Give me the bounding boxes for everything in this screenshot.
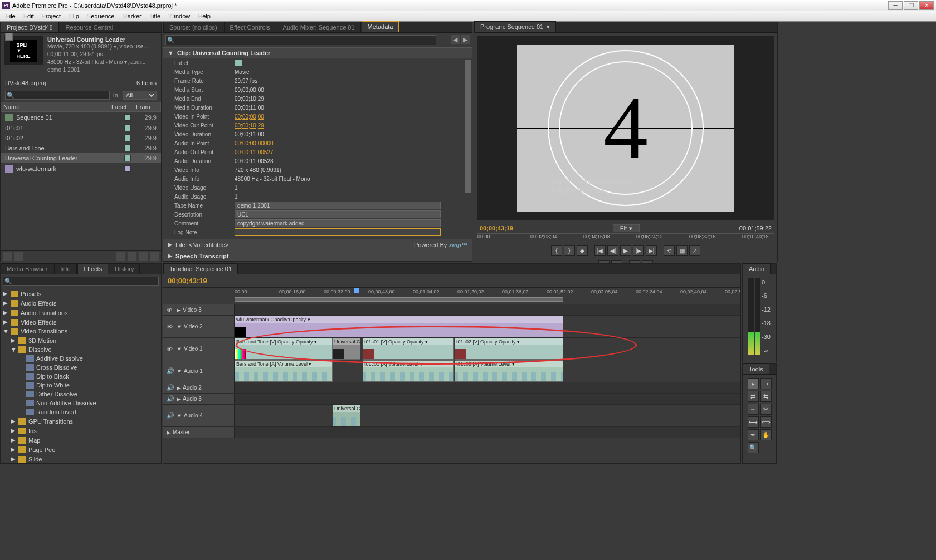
metadata-input[interactable]: copyright watermark added — [235, 219, 441, 227]
menu-file[interactable]: File — [2, 12, 19, 21]
project-item[interactable]: Universal Counting Leader 29.9 — [1, 153, 161, 163]
metadata-value[interactable]: 00;00;10;29 — [235, 122, 264, 129]
step-fwd-btn[interactable]: |▶ — [633, 245, 644, 256]
metadata-value[interactable]: 00:00:00:00000 — [235, 140, 274, 146]
tab-audio[interactable]: Audio — [743, 263, 771, 274]
metadata-input[interactable]: UCL — [235, 210, 441, 218]
effects-search-input[interactable] — [3, 277, 159, 286]
program-view[interactable]: 4 © 2009 Wake Forest UniversityAll Right… — [477, 36, 774, 220]
close-button[interactable]: ✕ — [919, 1, 934, 10]
speaker-icon[interactable]: 🔊 — [167, 384, 174, 391]
icon-view-btn[interactable] — [14, 252, 23, 261]
slide-tool[interactable]: ⟺ — [760, 416, 772, 428]
effects-tree-item[interactable]: ▼ Video Transitions — [1, 327, 161, 336]
clip-wfu-watermark[interactable]: wfu-watermark Opacity:Opacity ▾ — [235, 316, 563, 337]
go-to-out-btn[interactable]: ▶| — [646, 245, 657, 256]
menu-edit[interactable]: Edit — [20, 12, 37, 21]
tab-resource-central[interactable]: Resource Central — [60, 22, 120, 32]
tab-source[interactable]: Source: (no clips) — [163, 22, 223, 32]
zoom-tool[interactable]: 🔍 — [748, 442, 759, 453]
program-ruler[interactable]: 00;0000;02;08;0400;04;16;0800;06;24;1200… — [477, 233, 774, 243]
effects-tree-item[interactable]: ▶ Audio Effects — [1, 298, 161, 308]
track-select-tool[interactable]: ⇢ — [760, 378, 772, 389]
track-name-v3[interactable]: Video 3 — [183, 307, 231, 313]
loop-btn[interactable]: ⟲ — [664, 245, 675, 256]
list-view-btn[interactable] — [3, 252, 12, 261]
project-search-input[interactable] — [5, 91, 110, 100]
tab-effect-controls[interactable]: Effect Controls — [224, 22, 276, 32]
selection-tool[interactable]: ▸ — [748, 378, 759, 389]
tab-media-browser[interactable]: Media Browser — [1, 263, 53, 274]
track-name-v1[interactable]: Video 1 — [184, 346, 231, 352]
eye-icon[interactable]: 👁 — [167, 323, 174, 330]
tab-timeline[interactable]: Timeline: Sequence 01 — [163, 263, 238, 274]
menu-clip[interactable]: Clip — [65, 12, 82, 21]
menu-window[interactable]: Window — [165, 12, 193, 21]
razor-tool[interactable]: ✂ — [760, 404, 772, 415]
set-marker-btn[interactable]: ◆ — [577, 245, 588, 256]
metadata-value[interactable]: 00;00;00;00 — [235, 114, 264, 120]
effects-tree-item[interactable]: ▶ Map — [1, 435, 161, 445]
project-item[interactable]: t01c02 29.9 — [1, 133, 161, 143]
project-item[interactable]: wfu-watermark — [1, 163, 161, 174]
label-swatch[interactable] — [124, 165, 131, 172]
speech-section-header[interactable]: ▶Speech Transcript — [163, 250, 472, 262]
menu-sequence[interactable]: Sequence — [84, 12, 118, 21]
metadata-input[interactable] — [235, 228, 441, 236]
clip-bars-tone-v[interactable]: Bars and Tone [V] Opacity:Opacity ▾ — [235, 338, 333, 360]
effects-tree-item[interactable]: Dip to White — [1, 381, 161, 390]
effects-tree-item[interactable]: ▶ Page Peel — [1, 445, 161, 454]
tab-program[interactable]: Program: Sequence 01 ▾ — [474, 21, 556, 32]
find-btn[interactable] — [116, 252, 125, 261]
track-name-v2[interactable]: Video 2 — [184, 323, 231, 330]
timeline-ruler[interactable]: 00;0000;00;16;0000;00;32;0000;00;48;0000… — [235, 288, 740, 304]
menu-project[interactable]: Project — [38, 12, 64, 21]
file-section-header[interactable]: ▶File: <Not editable> Powered By xmp™ — [163, 239, 472, 250]
clip-universal-leader-a[interactable]: Universal Co — [333, 405, 360, 426]
pen-tool[interactable]: ✒ — [748, 429, 759, 440]
delete-btn[interactable] — [150, 252, 159, 261]
output-btn[interactable]: ↗ — [689, 245, 700, 256]
rate-stretch-tool[interactable]: ↔ — [748, 404, 759, 415]
menu-marker[interactable]: Marker — [119, 12, 145, 21]
rolling-edit-tool[interactable]: ⇆ — [760, 391, 772, 402]
tab-info[interactable]: Info — [54, 263, 76, 274]
hand-tool[interactable]: ✋ — [760, 429, 772, 440]
go-to-in-btn[interactable]: |◀ — [594, 245, 606, 256]
effects-tree-item[interactable]: Non-Additive Dissolve — [1, 399, 161, 407]
effects-tree-item[interactable]: Cross Dissolve — [1, 363, 161, 372]
clip-universal-leader-v[interactable]: Universal Co — [333, 338, 360, 360]
maximize-button[interactable]: ❐ — [904, 1, 918, 10]
mark-in-btn[interactable]: { — [551, 245, 562, 256]
effects-tree-item[interactable]: ▶ Iris — [1, 426, 161, 435]
mark-out-btn[interactable]: } — [564, 245, 575, 256]
tab-history[interactable]: History — [109, 263, 140, 274]
speaker-icon[interactable]: 🔊 — [167, 367, 174, 375]
menu-title[interactable]: Title — [146, 12, 164, 21]
safe-margins-btn[interactable]: ▦ — [676, 245, 688, 256]
metadata-scrollbar[interactable] — [464, 58, 472, 239]
col-framerate[interactable]: Fram — [136, 104, 158, 110]
speaker-icon[interactable]: 🔊 — [167, 412, 174, 419]
zoom-fit-dropdown[interactable]: Fit▾ — [613, 224, 640, 232]
col-label[interactable]: Label — [111, 104, 136, 110]
clip-t01c01-a[interactable]: t01c01 [A] Volume:Level ▾ — [363, 360, 454, 382]
effects-tree-item[interactable]: ▶ Presets — [1, 289, 161, 298]
track-name-a4[interactable]: Audio 4 — [184, 412, 231, 419]
playhead-line[interactable] — [354, 304, 354, 449]
play-btn[interactable]: ▶ — [620, 245, 631, 256]
next-icon[interactable]: ▶ — [461, 35, 470, 44]
effects-tree-item[interactable]: Dither Dissolve — [1, 390, 161, 399]
project-item[interactable]: Bars and Tone 29.9 — [1, 143, 161, 153]
track-name-a3[interactable]: Audio 3 — [183, 396, 231, 402]
label-swatch[interactable] — [124, 135, 131, 141]
step-back-btn[interactable]: ◀| — [607, 245, 618, 256]
ripple-edit-tool[interactable]: ⇄ — [748, 391, 759, 402]
timeline-timecode[interactable]: 00;00;43;19 — [168, 277, 207, 285]
tab-metadata[interactable]: Metadata — [362, 21, 399, 32]
label-swatch[interactable] — [124, 155, 131, 161]
effects-tree-item[interactable]: ▶ Video Effects — [1, 317, 161, 327]
label-swatch[interactable] — [124, 145, 131, 151]
effects-tree-item[interactable]: ▼ Dissolve — [1, 345, 161, 354]
project-item[interactable]: Sequence 01 29.9 — [1, 112, 161, 123]
